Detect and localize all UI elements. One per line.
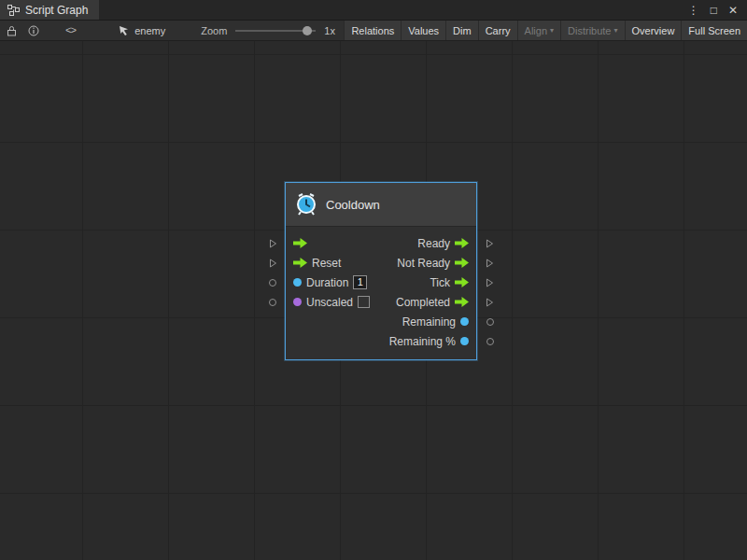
- toolbar-buttons: Relations Values Dim Carry Align▾ Distri…: [344, 21, 747, 40]
- output-tick[interactable]: Tick: [430, 276, 469, 289]
- graph-name: enemy: [134, 25, 165, 36]
- overview-button[interactable]: Overview: [625, 21, 682, 40]
- graph-breadcrumb[interactable]: enemy: [119, 25, 165, 36]
- output-remaining[interactable]: Remaining: [402, 315, 469, 329]
- node-header[interactable]: Cooldown: [286, 183, 476, 227]
- flow-output-connector[interactable]: [486, 297, 494, 307]
- node-title: Cooldown: [326, 198, 380, 212]
- float-port-icon: [460, 317, 469, 326]
- carry-button[interactable]: Carry: [478, 21, 517, 40]
- alarm-clock-icon: [295, 193, 317, 216]
- port-row: Duration 1 Tick: [286, 273, 476, 292]
- distribute-dropdown[interactable]: Distribute▾: [560, 21, 624, 40]
- chevron-down-icon: ▾: [550, 27, 554, 35]
- value-input-connector[interactable]: [269, 279, 276, 287]
- close-icon[interactable]: ✕: [728, 4, 738, 17]
- script-graph-icon: [7, 5, 20, 16]
- window-menu-icon[interactable]: ⋮: [688, 4, 699, 17]
- node-body: Ready Reset Not Ready: [286, 227, 476, 359]
- input-duration[interactable]: Duration 1: [293, 275, 367, 289]
- zoom-control: Zoom 1x: [201, 25, 335, 36]
- zoom-slider[interactable]: [235, 30, 316, 32]
- window-titlebar: Script Graph ⋮ □ ✕: [0, 0, 747, 21]
- relations-button[interactable]: Relations: [344, 21, 401, 40]
- tab-script-graph[interactable]: Script Graph: [0, 0, 99, 20]
- bool-port-icon: [293, 298, 302, 306]
- values-button[interactable]: Values: [401, 21, 445, 40]
- flow-arrow-icon: [455, 238, 469, 248]
- value-input-connector[interactable]: [269, 299, 276, 306]
- flow-arrow-icon: [293, 238, 307, 248]
- output-remaining-percent[interactable]: Remaining %: [389, 335, 469, 348]
- input-reset[interactable]: Reset: [293, 257, 341, 270]
- flow-arrow-icon: [293, 258, 307, 268]
- lock-icon[interactable]: [0, 21, 22, 41]
- zoom-value: 1x: [324, 25, 335, 36]
- output-not-ready[interactable]: Not Ready: [397, 257, 469, 270]
- cooldown-node[interactable]: Cooldown Ready: [285, 182, 477, 360]
- flow-output-connector[interactable]: [486, 277, 494, 287]
- flow-arrow-icon: [455, 258, 469, 268]
- full-screen-button[interactable]: Full Screen: [681, 21, 747, 40]
- align-dropdown[interactable]: Align▾: [517, 21, 560, 40]
- port-row: Remaining: [286, 312, 476, 331]
- flow-arrow-icon: [455, 297, 469, 307]
- value-output-connector[interactable]: [486, 338, 494, 345]
- flow-input-port[interactable]: [293, 238, 307, 248]
- output-completed[interactable]: Completed: [396, 296, 469, 309]
- zoom-label: Zoom: [201, 25, 227, 36]
- port-row: Unscaled Completed: [286, 292, 476, 312]
- pointer-icon: [119, 25, 130, 36]
- port-row: Ready: [286, 233, 476, 253]
- port-row: Remaining %: [286, 331, 476, 351]
- zoom-slider-handle[interactable]: [303, 26, 312, 35]
- flow-input-connector[interactable]: [269, 238, 277, 248]
- flow-output-connector[interactable]: [486, 258, 494, 268]
- float-port-icon: [460, 337, 469, 345]
- flow-arrow-icon: [455, 277, 469, 287]
- info-icon[interactable]: [22, 21, 45, 41]
- maximize-icon[interactable]: □: [711, 4, 717, 17]
- output-ready[interactable]: Ready: [417, 237, 469, 250]
- flow-input-connector[interactable]: [269, 258, 277, 268]
- chevron-down-icon: ▾: [614, 27, 618, 35]
- tab-title: Script Graph: [25, 4, 88, 17]
- unscaled-checkbox[interactable]: [358, 296, 370, 308]
- graph-canvas[interactable]: Cooldown Ready: [0, 41, 747, 560]
- duration-field[interactable]: 1: [353, 275, 367, 289]
- dim-button[interactable]: Dim: [445, 21, 478, 40]
- flow-output-connector[interactable]: [486, 238, 494, 248]
- float-port-icon: [293, 278, 302, 287]
- value-output-connector[interactable]: [486, 318, 494, 326]
- port-row: Reset Not Ready: [286, 253, 476, 273]
- input-unscaled[interactable]: Unscaled: [293, 296, 370, 309]
- code-preview-icon[interactable]: <>: [65, 25, 76, 36]
- titlebar-spacer: [99, 0, 687, 20]
- graph-toolbar: <> enemy Zoom 1x Relations Values Dim Ca…: [0, 21, 747, 41]
